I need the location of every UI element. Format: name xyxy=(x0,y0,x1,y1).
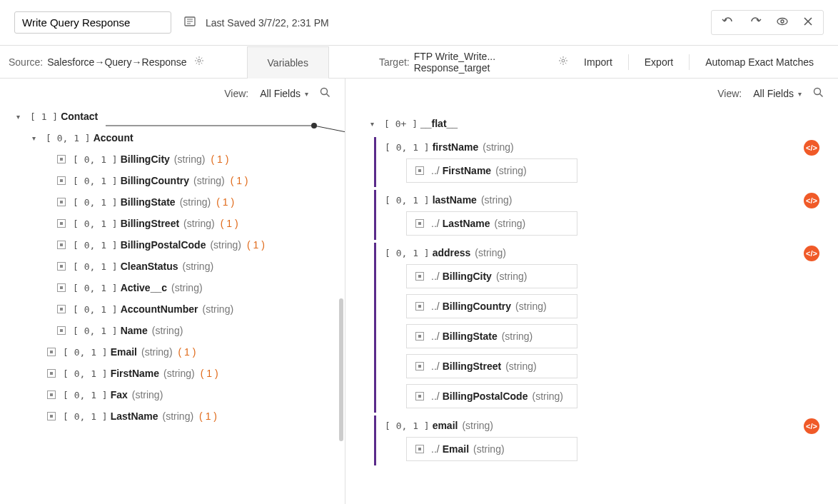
collapse-icon[interactable]: ▾ xyxy=(367,120,377,128)
collapse-icon[interactable]: ▾ xyxy=(13,113,23,121)
field-name: email xyxy=(433,420,458,431)
preview-button[interactable] xyxy=(769,14,796,31)
field-type: (string) xyxy=(180,196,211,208)
target-field-group[interactable]: [ 0, 1 ] firstName (string) </> ../ Firs… xyxy=(374,137,817,187)
cardinality: [ 0, 1 ] xyxy=(46,133,91,143)
field-icon xyxy=(57,155,66,163)
source-settings-icon[interactable] xyxy=(194,56,204,68)
cardinality: [ 0, 1 ] xyxy=(73,326,118,336)
map-name: BillingState xyxy=(443,331,498,342)
cardinality: [ 0, 1 ] xyxy=(73,176,118,186)
cardinality: [ 0, 1 ] xyxy=(73,154,118,165)
script-icon[interactable]: </> xyxy=(804,418,819,434)
tree-field[interactable]: [ 0, 1 ] BillingCity (string) ( 1 ) xyxy=(13,148,338,170)
source-view-select[interactable]: All Fields ▾ xyxy=(260,88,308,99)
field-icon xyxy=(415,392,424,400)
map-type: (string) xyxy=(496,271,527,282)
field-icon xyxy=(415,166,424,175)
automap-button[interactable]: Automap Exact Matches xyxy=(689,54,829,70)
field-icon xyxy=(415,332,424,341)
last-saved-text: Last Saved 3/7/22, 2:31 PM xyxy=(206,17,329,29)
tree-field[interactable]: [ 0, 1 ] BillingState (string) ( 1 ) xyxy=(13,191,338,213)
variables-tab[interactable]: Variables xyxy=(247,46,329,79)
field-type: (string) xyxy=(141,346,173,358)
map-type: (string) xyxy=(502,331,533,342)
tree-field[interactable]: [ 0, 1 ] AccountNumber (string) xyxy=(13,298,338,320)
tree-node-account[interactable]: ▾ [ 0, 1 ] Account xyxy=(13,127,338,148)
notes-icon[interactable] xyxy=(184,16,196,29)
mapping-box[interactable]: ../ BillingStreet (string) xyxy=(406,354,577,378)
mapping-box[interactable]: ../ BillingCity (string) xyxy=(406,264,577,288)
field-type: (string) xyxy=(203,303,234,315)
map-count: ( 1 ) xyxy=(211,153,228,165)
field-icon xyxy=(57,262,66,271)
search-icon[interactable] xyxy=(813,87,824,100)
tree-node-flat[interactable]: ▾ [ 0+ ] __flat__ xyxy=(367,113,817,134)
tree-node-contact[interactable]: ▾ [ 1 ] Contact xyxy=(13,106,338,127)
tree-field[interactable]: [ 0, 1 ] Active__c (string) xyxy=(13,277,338,298)
cardinality: [ 0, 1 ] xyxy=(73,197,118,208)
map-name: FirstName xyxy=(443,165,491,176)
mapping-box[interactable]: ../ Email (string) xyxy=(406,437,577,461)
field-name: Name xyxy=(121,325,148,336)
collapse-icon[interactable]: ▾ xyxy=(29,134,39,142)
field-name: FirstName xyxy=(111,368,159,379)
field-icon xyxy=(57,219,66,228)
target-view-select[interactable]: All Fields ▾ xyxy=(753,88,802,99)
tree-field[interactable]: [ 0, 1 ] Email (string) ( 1 ) xyxy=(13,341,338,363)
field-icon xyxy=(415,272,424,281)
source-path: Salesforce→Query→Response xyxy=(47,56,186,68)
svg-point-9 xyxy=(562,59,565,62)
source-pane: View: All Fields ▾ ▾ [ 1 ] Contact ▾ [ 0… xyxy=(0,79,345,504)
tree-field[interactable]: [ 0, 1 ] CleanStatus (string) xyxy=(13,256,338,277)
target-field-group[interactable]: [ 0, 1 ] email (string) </> ../ Email (s… xyxy=(374,415,817,465)
map-path: ../ xyxy=(431,165,440,176)
title-input[interactable] xyxy=(14,11,171,34)
redo-button[interactable] xyxy=(742,14,769,31)
field-name: BillingCity xyxy=(121,153,170,165)
import-button[interactable]: Import xyxy=(568,54,628,70)
cardinality: [ 0, 1 ] xyxy=(63,368,108,379)
tree-field[interactable]: [ 0, 1 ] BillingStreet (string) ( 1 ) xyxy=(13,213,338,234)
target-field-group[interactable]: [ 0, 1 ] address (string) </> ../ Billin… xyxy=(374,243,817,413)
tree-field[interactable]: [ 0, 1 ] FirstName (string) ( 1 ) xyxy=(13,363,338,384)
script-icon[interactable]: </> xyxy=(804,246,819,261)
field-name: Fax xyxy=(111,389,128,400)
target-field-group[interactable]: [ 0, 1 ] lastName (string) </> ../ LastN… xyxy=(374,190,817,240)
tree-field[interactable]: [ 0, 1 ] Fax (string) xyxy=(13,384,338,405)
mapping-box[interactable]: ../ LastName (string) xyxy=(406,211,577,236)
mapping-box[interactable]: ../ BillingState (string) xyxy=(406,324,577,348)
target-settings-icon[interactable] xyxy=(558,56,568,68)
script-icon[interactable]: </> xyxy=(804,193,819,208)
cardinality: [ 0, 1 ] xyxy=(385,420,430,431)
chevron-down-icon: ▾ xyxy=(798,90,802,98)
tree-field[interactable]: [ 0, 1 ] BillingCountry (string) ( 1 ) xyxy=(13,170,338,191)
mapping-box[interactable]: ../ BillingCountry (string) xyxy=(406,294,577,318)
target-tree: ▾ [ 0+ ] __flat__ [ 0, 1 ] firstName (st… xyxy=(345,106,838,503)
scrollbar[interactable] xyxy=(339,113,343,484)
field-icon xyxy=(47,369,56,378)
map-count: ( 1 ) xyxy=(201,368,218,379)
map-path: ../ xyxy=(431,390,440,402)
field-type: (string) xyxy=(163,410,194,422)
tree-field[interactable]: [ 0, 1 ] BillingPostalCode (string) ( 1 … xyxy=(13,234,338,256)
map-count: ( 1 ) xyxy=(199,410,217,422)
cardinality: [ 0+ ] xyxy=(384,119,418,129)
map-count: ( 1 ) xyxy=(221,218,238,229)
map-type: (string) xyxy=(495,165,527,176)
header: Last Saved 3/7/22, 2:31 PM xyxy=(0,0,838,46)
export-button[interactable]: Export xyxy=(628,54,689,70)
svg-point-4 xyxy=(777,19,787,25)
map-name: BillingCountry xyxy=(443,301,511,312)
undo-button[interactable] xyxy=(715,14,742,31)
tree-field[interactable]: [ 0, 1 ] Name (string) xyxy=(13,320,338,341)
script-icon[interactable]: </> xyxy=(804,140,819,156)
svg-point-10 xyxy=(321,89,328,95)
close-button[interactable] xyxy=(796,14,820,31)
cardinality: [ 0, 1 ] xyxy=(385,142,430,153)
tree-field[interactable]: [ 0, 1 ] LastName (string) ( 1 ) xyxy=(13,405,338,427)
mapping-box[interactable]: ../ FirstName (string) xyxy=(406,158,577,183)
mapping-box[interactable]: ../ BillingPostalCode (string) xyxy=(406,384,577,408)
field-type: (string) xyxy=(183,218,215,229)
search-icon[interactable] xyxy=(320,87,330,100)
